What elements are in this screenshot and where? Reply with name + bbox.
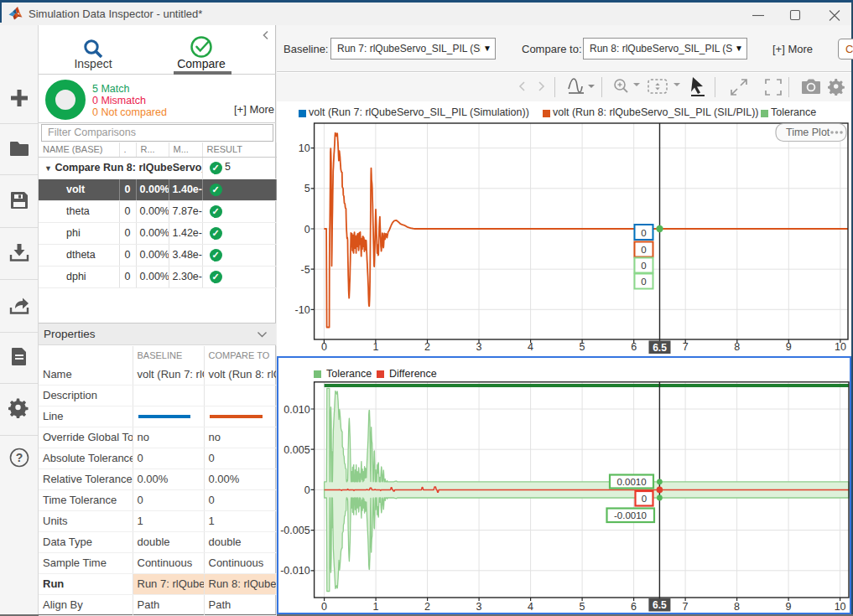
svg-text:-0.010: -0.010: [280, 565, 309, 577]
svg-text:3: 3: [476, 601, 482, 613]
svg-text:0.0010: 0.0010: [616, 477, 646, 487]
svg-text:0: 0: [321, 601, 327, 613]
svg-text:2: 2: [424, 341, 430, 353]
svg-text:2: 2: [424, 601, 430, 613]
svg-text:9: 9: [786, 341, 792, 353]
svg-text:7: 7: [683, 601, 689, 613]
svg-text:Time Plot: Time Plot: [786, 127, 830, 138]
svg-text:6: 6: [631, 341, 637, 353]
svg-text:0.005: 0.005: [283, 444, 309, 456]
svg-text:-0.005: -0.005: [280, 525, 309, 536]
svg-text:-5: -5: [300, 264, 309, 276]
svg-text:1: 1: [373, 601, 379, 613]
svg-text:0: 0: [641, 245, 646, 255]
svg-text:7: 7: [683, 341, 689, 353]
svg-text:6.5: 6.5: [653, 599, 667, 611]
svg-text:-0.0010: -0.0010: [614, 510, 647, 520]
svg-text:0: 0: [321, 341, 327, 353]
svg-text:9: 9: [786, 601, 792, 613]
svg-text:5: 5: [580, 341, 585, 353]
svg-text:3: 3: [476, 341, 482, 353]
svg-text:0: 0: [641, 277, 646, 287]
svg-text:10: 10: [835, 601, 846, 613]
svg-text:10: 10: [299, 142, 310, 154]
svg-text:10: 10: [835, 341, 846, 353]
svg-text:4: 4: [528, 601, 533, 613]
svg-text:5: 5: [580, 601, 585, 613]
svg-text:8: 8: [734, 601, 740, 613]
svg-text:0: 0: [304, 484, 310, 496]
svg-text:0: 0: [304, 224, 310, 236]
svg-text:0: 0: [641, 261, 646, 271]
svg-text:0: 0: [642, 494, 647, 504]
svg-text:0: 0: [641, 228, 646, 238]
svg-text:0.010: 0.010: [283, 404, 309, 416]
svg-text:6: 6: [631, 601, 637, 613]
svg-text:6.5: 6.5: [653, 342, 667, 354]
svg-text:-10: -10: [295, 304, 310, 316]
svg-text:1: 1: [372, 341, 378, 353]
svg-text:?: ?: [16, 451, 23, 464]
svg-text:4: 4: [528, 341, 533, 353]
svg-text:5: 5: [304, 183, 310, 194]
svg-text:8: 8: [734, 341, 740, 353]
